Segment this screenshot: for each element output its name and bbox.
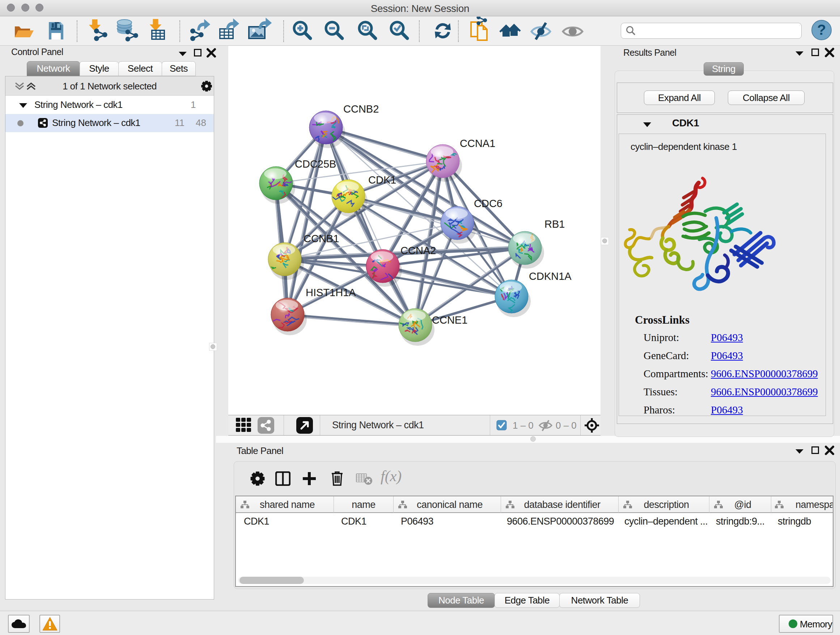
svg-text:CDKN1A: CDKN1A	[529, 271, 572, 282]
svg-text:CDC6: CDC6	[474, 198, 502, 209]
svg-text:CDK1: CDK1	[368, 174, 396, 186]
svg-text:HIST1H1A: HIST1H1A	[306, 287, 356, 298]
svg-text:RB1: RB1	[545, 218, 565, 230]
svg-text:CCNB1: CCNB1	[303, 233, 339, 244]
svg-text:CDC25B: CDC25B	[295, 158, 336, 170]
svg-text:?: ?	[817, 22, 826, 38]
svg-text:CCNA1: CCNA1	[460, 138, 495, 149]
svg-text:CCNB2: CCNB2	[343, 103, 379, 115]
svg-text:CCNE1: CCNE1	[432, 314, 467, 326]
svg-text:CCNA2: CCNA2	[401, 245, 436, 256]
